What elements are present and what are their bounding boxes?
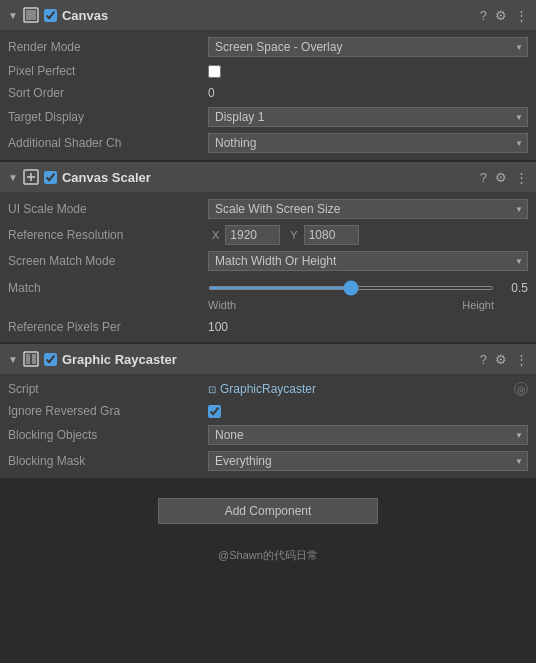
canvas-scaler-settings-icon[interactable]: ⚙ bbox=[495, 170, 507, 185]
slider-labels: Width Height bbox=[8, 299, 528, 313]
ui-scale-mode-row: UI Scale Mode Scale With Screen Size bbox=[0, 196, 536, 222]
target-display-dropdown[interactable]: Display 1 bbox=[208, 107, 528, 127]
canvas-scaler-panel-title: Canvas Scaler bbox=[62, 170, 475, 185]
graphic-raycaster-panel-icon bbox=[23, 351, 39, 367]
canvas-scaler-panel-header[interactable]: ▼ Canvas Scaler ? ⚙ ⋮ bbox=[0, 162, 536, 192]
script-row: Script ⊡ GraphicRaycaster ◎ bbox=[0, 378, 536, 400]
script-label: Script bbox=[8, 382, 208, 396]
canvas-panel-body: Render Mode Screen Space - Overlay Pixel… bbox=[0, 30, 536, 160]
screen-match-mode-label: Screen Match Mode bbox=[8, 254, 208, 268]
sort-order-value: 0 bbox=[208, 86, 528, 100]
match-slider[interactable] bbox=[208, 286, 494, 290]
canvas-panel: ▼ Canvas ? ⚙ ⋮ Render Mode Screen Space … bbox=[0, 0, 536, 160]
ignore-reversed-row: Ignore Reversed Gra bbox=[0, 400, 536, 422]
canvas-panel-actions: ? ⚙ ⋮ bbox=[480, 8, 528, 23]
sort-order-label: Sort Order bbox=[8, 86, 208, 100]
render-mode-label: Render Mode bbox=[8, 40, 208, 54]
ignore-reversed-checkbox[interactable] bbox=[208, 405, 221, 418]
blocking-mask-dropdown-wrapper: Everything bbox=[208, 451, 528, 471]
target-display-row: Target Display Display 1 bbox=[0, 104, 536, 130]
bottom-bar: @Shawn的代码日常 bbox=[0, 542, 536, 569]
additional-shader-dropdown[interactable]: Nothing bbox=[208, 133, 528, 153]
screen-match-mode-dropdown-wrapper: Match Width Or Height bbox=[208, 251, 528, 271]
pixel-perfect-row: Pixel Perfect bbox=[0, 60, 536, 82]
pixel-perfect-checkbox[interactable] bbox=[208, 65, 221, 78]
canvas-collapse-arrow[interactable]: ▼ bbox=[8, 10, 18, 21]
reference-resolution-label: Reference Resolution bbox=[8, 228, 208, 242]
blocking-objects-dropdown-wrapper: None bbox=[208, 425, 528, 445]
blocking-mask-dropdown[interactable]: Everything bbox=[208, 451, 528, 471]
pixel-perfect-label: Pixel Perfect bbox=[8, 64, 208, 78]
reference-resolution-row: Reference Resolution X Y bbox=[0, 222, 536, 248]
blocking-mask-label: Blocking Mask bbox=[8, 454, 208, 468]
graphic-raycaster-panel-title: Graphic Raycaster bbox=[62, 352, 475, 367]
match-top: Match 0.5 bbox=[8, 277, 528, 299]
graphic-raycaster-panel-body: Script ⊡ GraphicRaycaster ◎ Ignore Rever… bbox=[0, 374, 536, 478]
bottom-credit: @Shawn的代码日常 bbox=[218, 549, 318, 561]
canvas-scaler-question-icon[interactable]: ? bbox=[480, 170, 487, 185]
width-label: Width bbox=[208, 299, 236, 311]
canvas-scaler-panel-actions: ? ⚙ ⋮ bbox=[480, 170, 528, 185]
ref-pixels-label: Reference Pixels Per bbox=[8, 320, 208, 334]
svg-rect-7 bbox=[32, 354, 36, 364]
render-mode-dropdown-wrapper: Screen Space - Overlay bbox=[208, 37, 528, 57]
ui-scale-mode-dropdown-wrapper: Scale With Screen Size bbox=[208, 199, 528, 219]
blocking-objects-dropdown[interactable]: None bbox=[208, 425, 528, 445]
ui-scale-mode-dropdown[interactable]: Scale With Screen Size bbox=[208, 199, 528, 219]
blocking-mask-row: Blocking Mask Everything bbox=[0, 448, 536, 474]
sort-order-row: Sort Order 0 bbox=[0, 82, 536, 104]
target-display-dropdown-wrapper: Display 1 bbox=[208, 107, 528, 127]
res-y-input[interactable] bbox=[304, 225, 359, 245]
graphic-raycaster-question-icon[interactable]: ? bbox=[480, 352, 487, 367]
ref-pixels-value: 100 bbox=[208, 320, 528, 334]
render-mode-row: Render Mode Screen Space - Overlay bbox=[0, 34, 536, 60]
screen-match-mode-dropdown[interactable]: Match Width Or Height bbox=[208, 251, 528, 271]
graphic-raycaster-panel: ▼ Graphic Raycaster ? ⚙ ⋮ Script ⊡ Graph… bbox=[0, 344, 536, 478]
graphic-raycaster-panel-actions: ? ⚙ ⋮ bbox=[480, 352, 528, 367]
graphic-raycaster-enable-checkbox[interactable] bbox=[44, 353, 57, 366]
canvas-scaler-panel-icon bbox=[23, 169, 39, 185]
render-mode-dropdown[interactable]: Screen Space - Overlay bbox=[208, 37, 528, 57]
ref-pixels-row: Reference Pixels Per 100 bbox=[0, 316, 536, 338]
script-select-icon[interactable]: ◎ bbox=[514, 382, 528, 396]
canvas-panel-title: Canvas bbox=[62, 8, 475, 23]
canvas-scaler-panel-body: UI Scale Mode Scale With Screen Size Ref… bbox=[0, 192, 536, 342]
target-display-label: Target Display bbox=[8, 110, 208, 124]
script-value: ⊡ GraphicRaycaster ◎ bbox=[208, 382, 528, 396]
canvas-panel-icon bbox=[23, 7, 39, 23]
blocking-objects-row: Blocking Objects None bbox=[0, 422, 536, 448]
ui-scale-mode-label: UI Scale Mode bbox=[8, 202, 208, 216]
canvas-question-icon[interactable]: ? bbox=[480, 8, 487, 23]
height-label: Height bbox=[462, 299, 494, 311]
screen-match-mode-row: Screen Match Mode Match Width Or Height bbox=[0, 248, 536, 274]
graphic-raycaster-more-icon[interactable]: ⋮ bbox=[515, 352, 528, 367]
graphic-raycaster-settings-icon[interactable]: ⚙ bbox=[495, 352, 507, 367]
match-slider-value: 0.5 bbox=[500, 281, 528, 295]
res-x-input[interactable] bbox=[225, 225, 280, 245]
canvas-scaler-panel: ▼ Canvas Scaler ? ⚙ ⋮ UI Scale Mode Scal… bbox=[0, 162, 536, 342]
ignore-reversed-label: Ignore Reversed Gra bbox=[8, 404, 208, 418]
canvas-scaler-more-icon[interactable]: ⋮ bbox=[515, 170, 528, 185]
canvas-more-icon[interactable]: ⋮ bbox=[515, 8, 528, 23]
match-slider-container: 0.5 bbox=[208, 281, 528, 295]
svg-rect-6 bbox=[26, 354, 30, 364]
additional-shader-dropdown-wrapper: Nothing bbox=[208, 133, 528, 153]
canvas-panel-header[interactable]: ▼ Canvas ? ⚙ ⋮ bbox=[0, 0, 536, 30]
canvas-settings-icon[interactable]: ⚙ bbox=[495, 8, 507, 23]
additional-shader-row: Additional Shader Ch Nothing bbox=[0, 130, 536, 156]
graphic-raycaster-collapse-arrow[interactable]: ▼ bbox=[8, 354, 18, 365]
match-label: Match bbox=[8, 281, 208, 295]
blocking-objects-label: Blocking Objects bbox=[8, 428, 208, 442]
add-component-section: Add Component bbox=[0, 480, 536, 542]
canvas-enable-checkbox[interactable] bbox=[44, 9, 57, 22]
svg-rect-1 bbox=[26, 10, 36, 20]
canvas-scaler-collapse-arrow[interactable]: ▼ bbox=[8, 172, 18, 183]
add-component-button[interactable]: Add Component bbox=[158, 498, 378, 524]
script-prefix-icon: ⊡ bbox=[208, 384, 216, 395]
res-x-label: X bbox=[212, 229, 219, 241]
canvas-scaler-enable-checkbox[interactable] bbox=[44, 171, 57, 184]
additional-shader-label: Additional Shader Ch bbox=[8, 136, 208, 150]
script-name: GraphicRaycaster bbox=[220, 382, 316, 396]
res-y-label: Y bbox=[290, 229, 297, 241]
graphic-raycaster-panel-header[interactable]: ▼ Graphic Raycaster ? ⚙ ⋮ bbox=[0, 344, 536, 374]
